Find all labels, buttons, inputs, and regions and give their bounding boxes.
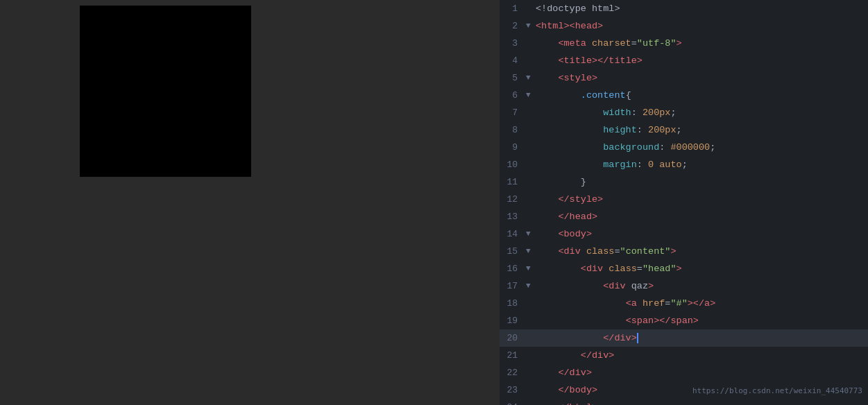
table-row: 24 </html> — [500, 399, 868, 405]
table-row: 9 background: #000000; — [500, 139, 868, 156]
table-row: 7 width: 200px; — [500, 104, 868, 121]
table-row: 10 margin: 0 auto; — [500, 156, 868, 173]
table-row: 17▼ <div qaz> — [500, 277, 868, 295]
preview-panel — [0, 0, 500, 405]
table-row: 21 </div> — [500, 347, 868, 364]
table-row: 13 </head> — [500, 208, 868, 225]
table-row: 11 } — [500, 173, 868, 191]
table-row: 15▼ <div class="content"> — [500, 243, 868, 260]
url-bar: https://blog.csdn.net/weixin_44540773 — [692, 382, 862, 399]
table-row: 6▼ .content{ — [500, 87, 868, 104]
table-row: 22 </div> — [500, 364, 868, 381]
preview-black-box — [80, 6, 251, 177]
code-panel[interactable]: 1<!doctype html>2▼<html><head>3 <meta ch… — [500, 0, 868, 405]
table-row: 18 <a href="#"></a> — [500, 295, 868, 312]
table-row: 8 height: 200px; — [500, 121, 868, 139]
table-row: 5▼ <style> — [500, 69, 868, 87]
table-row: 14▼ <body> — [500, 225, 868, 243]
table-row: 1<!doctype html> — [500, 0, 868, 17]
table-row: 16▼ <div class="head"> — [500, 260, 868, 277]
table-row: 20 </div> — [500, 329, 868, 347]
table-row: 12 </style> — [500, 191, 868, 208]
table-row: 19 <span></span> — [500, 312, 868, 329]
table-row: 4 <title></title> — [500, 52, 868, 69]
code-lines: 1<!doctype html>2▼<html><head>3 <meta ch… — [500, 0, 868, 405]
table-row: 3 <meta charset="utf-8"> — [500, 35, 868, 52]
table-row: 2▼<html><head> — [500, 17, 868, 35]
